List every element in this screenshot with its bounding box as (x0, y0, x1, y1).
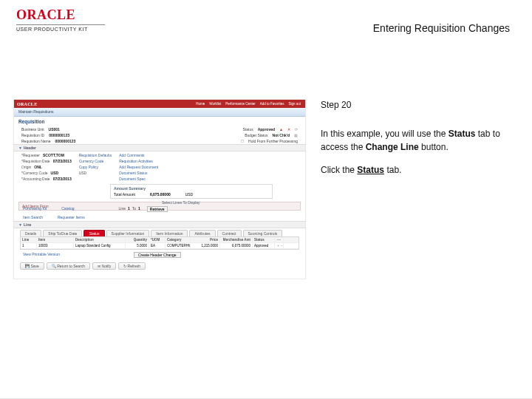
rd-l: *Requisition Date (21, 159, 50, 163)
gr-item: 10003 (37, 243, 74, 248)
bu-value: US001 (49, 127, 60, 132)
grid-header: Line Item Description Quantity *UOM Cate… (21, 237, 299, 243)
gr-cat: COMPUTERHW (166, 243, 191, 248)
thumb-section-title: Requisition (14, 117, 305, 126)
tab-shipto[interactable]: Ship To/Due Date (43, 230, 82, 236)
cur-v2: USD (79, 171, 87, 175)
product-subtitle: USER PRODUCTIVITY KIT (16, 24, 105, 32)
btn-refresh-label: Refresh (128, 264, 141, 268)
tab-details[interactable]: Details (20, 230, 41, 236)
app-screenshot: ORACLE Home Worklist Performance Center … (13, 99, 306, 279)
thumb-grid: Line Item Description Quantity *UOM Cate… (20, 236, 299, 250)
i2b: Status (357, 165, 384, 175)
gr-qty: 5.0000 (126, 243, 149, 248)
cur-v: USD (51, 171, 59, 175)
sd-line-l: Line (118, 206, 125, 212)
gh-uom: *UOM (149, 237, 166, 242)
sd-from: 1 (128, 206, 130, 212)
link-purch-kit: Purchasing Kit (23, 206, 47, 212)
thumb-top-right-nav: Home Worklist Performance Center Add to … (196, 102, 305, 106)
i1a: In this example, you will use the (321, 129, 449, 139)
thumb-bottom-buttons: 💾 Save 🔍 Return to Search ✉ Notify ↻ Ref… (14, 259, 305, 273)
gh-line: Line (21, 237, 37, 242)
link-req-defaults: Requisition Defaults (79, 153, 112, 157)
select-disp-title: Select Lines To Display (162, 200, 200, 205)
nav-signout: Sign out (288, 102, 301, 106)
link-doc-spec: Document Spec (119, 177, 146, 181)
bu-label: Business Unit (21, 127, 44, 132)
btn-return-label: Return to Search (57, 264, 85, 268)
budget-icon: ▦ (294, 133, 298, 137)
gr-uom: EA (149, 243, 166, 248)
status-value: Approved (258, 127, 275, 132)
ad-l: *Accounting Date (21, 177, 50, 181)
instruction-line-2: Click the Status tab. (321, 164, 520, 177)
rid-value: 0000000123 (49, 133, 69, 137)
rname-label: Requisition Name (21, 139, 50, 143)
thumb-amount-summary: Amount Summary Total Amount 6,075.00000 … (110, 184, 273, 199)
link-catalog: Catalog (61, 206, 74, 212)
tab-attrs[interactable]: Attributes (189, 230, 215, 236)
sd-retrieve: Retrieve (147, 206, 168, 212)
nav-perf: Performance Center (225, 102, 256, 106)
gh-price: Price (191, 237, 220, 242)
thumb-header-row-3: Requisition Name 0000000123 ☐ Hold From … (14, 138, 305, 144)
gh-more: ⋯ (275, 237, 284, 242)
instruction-line-1: In this example, you will use the Status… (321, 128, 520, 154)
gh-desc: Description (74, 237, 126, 242)
brand-block: ORACLE USER PRODUCTIVITY KIT (16, 7, 105, 32)
tab-supplier[interactable]: Supplier Information (106, 230, 150, 236)
link-currency: Currency Code (79, 159, 104, 163)
thumb-oracle-logo: ORACLE (17, 102, 37, 106)
i1e: button. (419, 142, 449, 152)
hold-label: Hold From Further Processing (248, 139, 298, 143)
twist-icon-2: ▼ (18, 222, 22, 227)
gh-item: Item (37, 237, 74, 242)
tab-status[interactable]: Status (83, 230, 104, 236)
refresh-icon: ⟳ (295, 127, 298, 132)
instruction-panel: Step 20 In this example, you will use th… (321, 99, 520, 188)
btn-refresh: ↻ Refresh (118, 262, 146, 270)
nav-fav: Add to Favorites (260, 102, 284, 106)
link-add-comments: Add Comments (119, 153, 144, 157)
nav-worklist: Worklist (209, 102, 221, 106)
tab-contract[interactable]: Contract (217, 230, 242, 236)
thumb-sub-row-1: Purchasing Kit Catalog Line1To1Retrieve (14, 205, 305, 214)
step-label: Step 20 (321, 99, 520, 112)
orig-l: Origin (21, 165, 31, 169)
link-req-act: Requisition Activities (119, 159, 153, 163)
gh-cat: Category (166, 237, 191, 242)
req-v: SCOTT,TOM (43, 153, 64, 157)
amt-sum-l: Total Amount (114, 192, 135, 197)
link-req-items: Requester Items (58, 215, 85, 219)
rname-value: 0000000123 (55, 139, 75, 143)
gr-price: 1,215.0000 (191, 243, 220, 248)
link-add-req-doc: Add Request Document (119, 165, 158, 169)
thumb-header-detail: *RequesterSCOTT,TOM *Requisition Date07/… (14, 151, 305, 183)
btn-notify-label: Notify (101, 264, 111, 268)
i2a: Click the (321, 165, 357, 175)
gr-more: ＋ − (275, 243, 284, 248)
sd-to: 1 (138, 206, 140, 212)
twist-icon: ▼ (18, 146, 22, 150)
gh-qty: Quantity (126, 237, 149, 242)
gr-amt: 6,075.00000 (220, 243, 253, 248)
thumb-line-bar: ▼Line (14, 221, 305, 228)
grid-row-1: 1 10003 Laptop Standard Config 5.0000 EA… (21, 243, 299, 249)
approve-icon: ▲ (279, 127, 283, 132)
sd-to-l: To (132, 206, 136, 212)
thumb-breadcrumb: Maintain Requisitions (14, 108, 305, 117)
tab-iteminfo[interactable]: Item Information (151, 230, 188, 236)
tab-sourcing[interactable]: Sourcing Controls (243, 230, 283, 236)
create-header-change-btn: Create Header Change (134, 252, 181, 258)
checkbox-icon: ☐ (241, 139, 244, 143)
thumb-sub-row-2: Item Search Requester Items (14, 214, 305, 221)
amt-sum-title: Amount Summary (114, 186, 269, 191)
thumb-header-bar: ▼Header (14, 144, 305, 151)
link-view-print: View Printable Version (23, 252, 60, 258)
cur-l: *Currency Code (21, 171, 48, 175)
line-bar-label: Line (24, 222, 31, 227)
orig-v: ONL (34, 165, 42, 169)
i1b: Status (449, 129, 476, 139)
budget-value: Not Chk'd (273, 133, 290, 137)
